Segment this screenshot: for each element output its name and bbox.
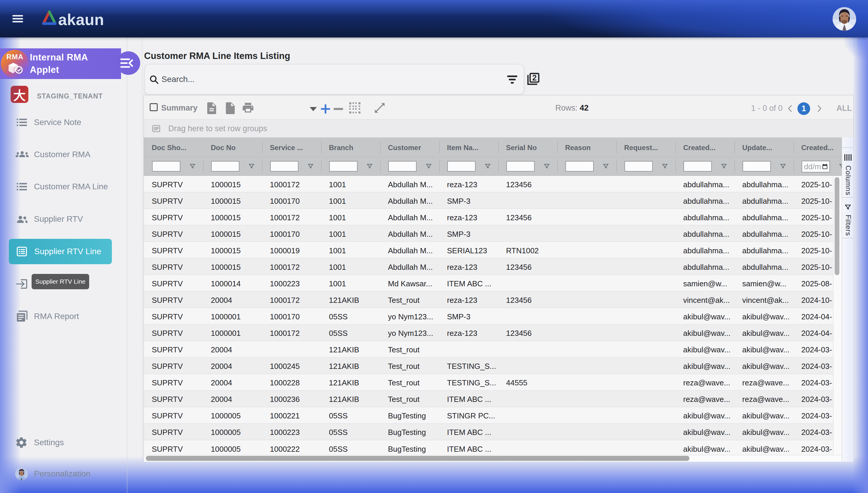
svg-text:2: 2	[532, 73, 537, 82]
